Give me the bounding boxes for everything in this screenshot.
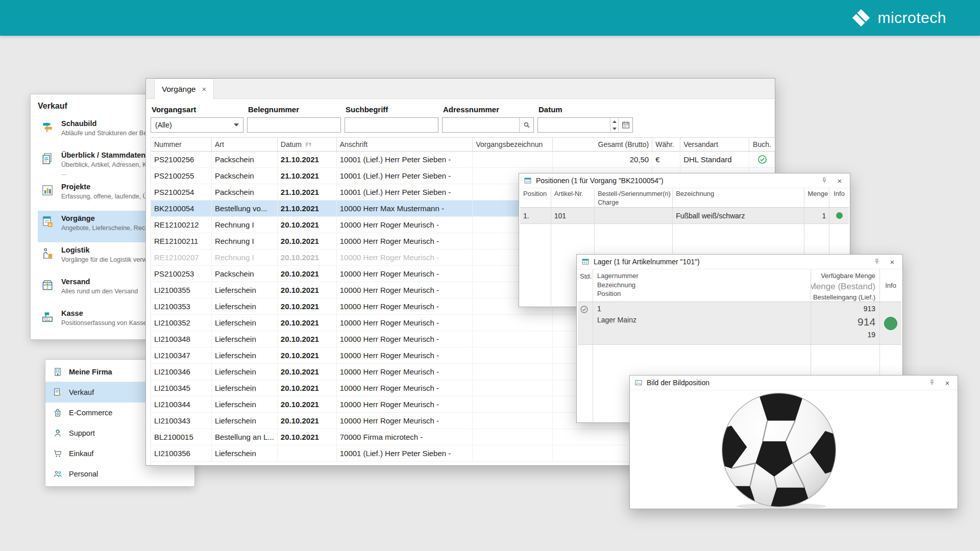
column-header-lagernummer[interactable]: Lagernummer Bezeichnung Position [593,269,811,302]
cell-vorgangsbezeichnung [473,152,553,167]
date-spinner [610,118,618,132]
spin-down-button[interactable] [610,125,618,132]
column-header-mengen[interactable]: Verfügbare Menge Menge (Bestand) Bestell… [811,269,880,302]
bild-title-bar[interactable]: Bild der Bildposition × [630,375,958,390]
cell-artikel-nr: 101 [551,208,595,223]
filter-vorgangsart: Vorgangsart (Alle) [151,104,243,133]
standard-check-icon [580,305,589,314]
cell-nummer: LI2100355 [151,282,212,298]
cell-nummer: PS2100254 [151,184,212,200]
column-header-anschrift[interactable]: Anschrift [337,138,473,151]
soccer-ball-image [720,391,838,509]
pin-button[interactable] [819,175,830,186]
cell-nummer: LI2100348 [151,331,212,347]
cell-mengen: 913 914 19 [811,302,880,344]
positionen-title: Positionen (1 für Vorgang "BK2100054") [536,177,664,185]
cell-datum: 20.10.2021 [278,429,337,445]
cell-art: Lieferschein [212,380,278,396]
module-item[interactable]: Personal [45,464,194,484]
column-header-versandart[interactable]: Versandart [680,138,749,151]
column-header-datum[interactable]: Datum [278,138,337,151]
close-button[interactable]: × [942,377,953,388]
close-button[interactable]: × [887,256,898,267]
cell-datum: 20.10.2021 [278,266,337,282]
column-header-art[interactable]: Art [212,138,278,151]
lager-table-header: Std. Lagernummer Bezeichnung Position Ve… [578,269,901,302]
spin-up-button[interactable] [610,118,618,125]
column-header-position[interactable]: Position [520,188,551,207]
cell-nummer: LI2100352 [151,315,212,331]
cell-nummer: PS2100253 [151,266,212,282]
cell-nummer: LI2100346 [151,364,212,380]
cell-datum: 20.10.2021 [278,298,337,314]
cell-vorgangsbezeichnung [473,315,553,331]
column-header-buchung[interactable]: Buch. [749,138,775,151]
calendar-button[interactable] [618,118,632,132]
column-header-menge[interactable]: Menge [804,188,829,207]
column-header-waehrung[interactable]: Währ. [652,138,680,151]
cell-anschrift: 10000 Herr Max Mustermann - [337,201,473,216]
arrow-up-icon [612,120,617,123]
vorgangsart-select[interactable]: (Alle) [151,117,243,133]
bild-window: Bild der Bildposition × [629,375,958,509]
pin-button[interactable] [926,377,938,388]
vorgangsart-label: Vorgangsart [152,105,243,114]
cell-datum: 21.10.2021 [278,168,337,184]
column-header-nummer[interactable]: Nummer [151,138,212,151]
tab-strip: Vorgänge × [146,79,775,99]
cell-vorgangsbezeichnung [473,413,553,429]
cell-anschrift: 10000 Herr Roger Meurisch - [337,380,473,396]
vorgang-row[interactable]: PS2100256 Packschein 21.10.2021 10001 (L… [151,152,775,168]
booked-check-icon [757,155,767,164]
tab-close-icon[interactable]: × [202,85,206,93]
cell-lager-bezeichnung: Lager Mainz [597,315,806,325]
cell-anschrift: 10001 (Lief.) Herr Peter Sieben - [337,152,473,167]
cell-art: Packschein [212,266,278,282]
cell-art: Lieferschein [212,445,278,461]
cell-datum: 20.10.2021 [278,413,337,429]
cell-nummer: LI2100345 [151,380,212,396]
position-row[interactable]: 1. 101 Fußball weiß/schwarz 1 [520,208,849,224]
cell-vorgangsbezeichnung [473,331,553,347]
cell-art: Packschein [212,168,278,184]
cell-art: Lieferschein [212,347,278,363]
nav-item-icon [41,183,56,199]
adressnummer-input[interactable] [443,118,519,132]
cell-art: Lieferschein [212,315,278,331]
positionen-title-bar[interactable]: Positionen (1 für Vorgang "BK2100054") × [519,173,850,188]
column-header-bestellnummer[interactable]: Bestell-/Seriennummer(n) Charge [595,188,673,207]
image-icon [634,379,643,387]
cell-nummer: RE12100212 [151,217,212,233]
bild-title: Bild der Bildposition [647,379,709,387]
cell-vorgangsbezeichnung [473,396,553,412]
nav-item-icon [41,278,56,294]
pin-icon [873,258,880,265]
cell-art: Lieferschein [212,413,278,429]
cell-anschrift: 70000 Firma microtech - [337,429,473,445]
tab-vorgaenge[interactable]: Vorgänge × [154,79,214,99]
nav-item-label: Versand [61,278,138,286]
table-icon [524,177,532,185]
cell-datum: 21.10.2021 [278,152,337,167]
address-search-button[interactable] [519,118,533,132]
column-header-gesamt[interactable]: Gesamt (Brutto) [553,138,652,151]
column-header-artikel-nr[interactable]: Artikel-Nr. [551,188,595,207]
desktop: microtech Verkauf Schaubild Abläufe und … [0,0,980,551]
calendar-icon [621,120,630,130]
column-header-bezeichnung[interactable]: Bezeichnung [673,188,804,207]
lager-title: Lager (1 für Artikelnummer "101") [594,258,700,266]
pin-button[interactable] [871,256,883,267]
column-header-standard[interactable]: Std. [578,269,593,302]
datum-input[interactable] [538,118,610,132]
column-header-info[interactable]: Info [880,269,901,302]
brand-logo: microtech [851,0,946,36]
stock-status-dot-green [884,317,897,330]
lager-row[interactable]: 1 Lager Mainz 913 914 19 [578,302,901,345]
belegnummer-input[interactable] [248,118,340,132]
cell-versandart: DHL Standard [680,152,749,167]
suchbegriff-input[interactable] [345,118,438,132]
column-header-vorgangsbezeichnung[interactable]: Vorgangsbezeichnun [473,138,553,151]
column-header-info[interactable]: Info [829,188,849,207]
close-button[interactable]: × [834,175,845,186]
lager-title-bar[interactable]: Lager (1 für Artikelnummer "101") × [577,255,902,269]
